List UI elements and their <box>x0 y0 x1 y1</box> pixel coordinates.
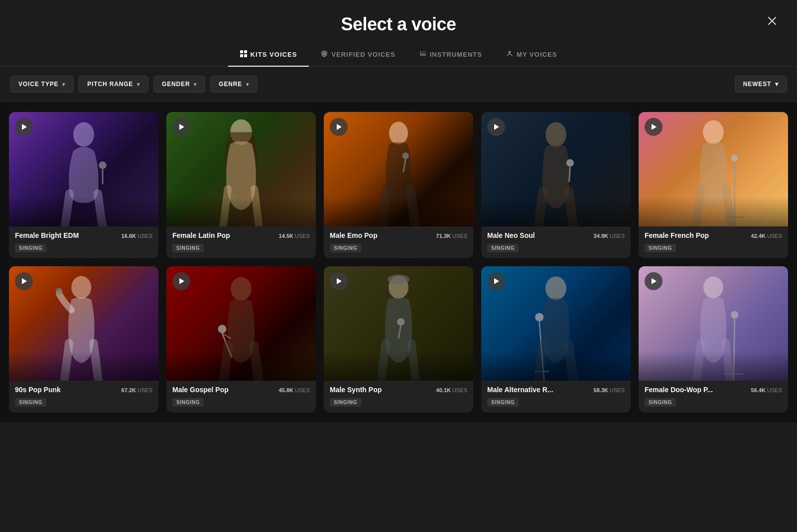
svg-rect-2 <box>240 54 243 57</box>
card-info: Male Neo Soul 34.9K USES SINGING <box>481 226 631 258</box>
card-image <box>166 112 316 226</box>
card-image <box>639 112 788 226</box>
gender-filter[interactable]: GENDER ▾ <box>153 76 205 93</box>
svg-marker-30 <box>22 278 27 284</box>
card-name: Male Gospel Pop <box>172 386 229 394</box>
modal-title: Select a voice <box>341 14 456 35</box>
card-name: Male Alternative R... <box>487 386 553 394</box>
voice-grid-row2: 90s Pop Punk 67.2K USES SINGING <box>9 266 788 413</box>
card-info: Male Alternative R... 58.3K USES SINGING <box>481 381 631 413</box>
svg-point-38 <box>397 318 404 325</box>
card-name: Male Synth Pop <box>330 386 382 394</box>
card-tag: SINGING <box>330 398 361 407</box>
voice-card-90s-pop-punk[interactable]: 90s Pop Punk 67.2K USES SINGING <box>9 266 158 413</box>
card-info: Female Doo-Wop P... 56.4K USES SINGING <box>639 381 788 413</box>
svg-point-15 <box>389 121 408 144</box>
svg-point-24 <box>731 155 738 161</box>
play-icon <box>21 278 27 284</box>
voice-card-female-doo-wop[interactable]: Female Doo-Wop P... 56.4K USES SINGING <box>639 266 788 413</box>
card-uses: 67.2K USES <box>122 387 152 393</box>
svg-marker-14 <box>179 124 184 130</box>
card-tag: SINGING <box>15 398 46 407</box>
card-uses: 56.4K USES <box>751 387 782 393</box>
close-icon <box>767 16 777 26</box>
genre-filter[interactable]: GENRE ▾ <box>210 76 258 93</box>
sort-button[interactable]: NEWEST ▾ <box>735 76 787 93</box>
piano-icon <box>419 50 426 59</box>
svg-marker-12 <box>22 124 27 130</box>
svg-marker-40 <box>337 278 342 284</box>
card-name: Female French Pop <box>645 231 709 239</box>
play-button[interactable] <box>645 272 663 290</box>
close-button[interactable] <box>763 12 781 30</box>
svg-rect-6 <box>422 51 423 54</box>
pitch-range-filter[interactable]: PITCH RANGE ▾ <box>79 76 148 93</box>
card-name: Female Bright EDM <box>15 231 79 239</box>
svg-marker-50 <box>652 278 657 284</box>
svg-marker-18 <box>337 124 342 130</box>
card-image <box>166 266 316 381</box>
play-button[interactable] <box>645 118 663 136</box>
play-button[interactable] <box>330 272 348 290</box>
play-icon <box>336 278 342 284</box>
play-button[interactable] <box>487 272 505 290</box>
voice-card-male-gospel-pop[interactable]: Male Gospel Pop 45.8K USES SINGING <box>166 266 316 413</box>
play-button[interactable] <box>15 118 33 136</box>
card-tag: SINGING <box>15 244 46 252</box>
card-uses: 58.3K USES <box>594 387 625 393</box>
svg-rect-3 <box>244 54 247 57</box>
svg-marker-45 <box>494 278 499 284</box>
card-name: Male Neo Soul <box>487 231 535 239</box>
tab-verified-voices[interactable]: VERIFIED VOICES <box>309 45 407 67</box>
svg-point-28 <box>71 276 91 299</box>
card-tag: SINGING <box>330 244 361 252</box>
voice-grid-row1: Female Bright EDM 16.6K USES SINGING <box>9 112 788 258</box>
play-button[interactable] <box>487 118 505 136</box>
chevron-down-icon: ▾ <box>62 82 65 87</box>
voice-type-filter[interactable]: VOICE TYPE ▾ <box>10 76 74 93</box>
svg-line-21 <box>569 166 570 181</box>
voice-card-male-emo-pop[interactable]: Male Emo Pop 71.3K USES SINGING <box>324 112 473 258</box>
card-tag: SINGING <box>487 244 519 252</box>
play-button[interactable] <box>15 272 33 290</box>
card-info: Male Gospel Pop 45.8K USES SINGING <box>166 381 316 413</box>
svg-rect-1 <box>244 50 247 53</box>
svg-rect-7 <box>424 51 425 54</box>
svg-point-16 <box>402 152 409 159</box>
card-tag: SINGING <box>172 244 204 252</box>
person-icon <box>506 50 513 59</box>
tab-instruments[interactable]: INSTRUMENTS <box>407 45 494 67</box>
chevron-down-icon: ▾ <box>246 82 249 87</box>
card-name: Female Latin Pop <box>172 231 230 239</box>
voice-card-female-french-pop[interactable]: Female French Pop 42.4K USES SINGING <box>639 112 788 258</box>
svg-marker-22 <box>494 124 499 130</box>
tab-my-voices[interactable]: MY VOICES <box>494 45 569 67</box>
grid-icon <box>240 50 247 59</box>
voice-card-male-synth-pop[interactable]: Male Synth Pop 40.1K USES SINGING <box>324 266 473 413</box>
card-image <box>9 266 158 381</box>
voice-card-male-neo-soul[interactable]: Male Neo Soul 34.9K USES SINGING <box>481 112 631 258</box>
svg-point-47 <box>731 311 738 318</box>
svg-point-42 <box>535 313 543 321</box>
voice-grid-section: Female Bright EDM 16.6K USES SINGING <box>0 102 797 423</box>
card-name: 90s Pop Punk <box>15 386 61 394</box>
card-tag: SINGING <box>487 398 519 407</box>
voice-card-female-latin-pop[interactable]: Female Latin Pop 14.5K USES SINGING <box>166 112 316 258</box>
card-image <box>324 112 473 226</box>
card-uses: 42.4K USES <box>751 233 782 239</box>
card-image <box>9 112 158 226</box>
filter-bar: VOICE TYPE ▾ PITCH RANGE ▾ GENDER ▾ GENR… <box>0 67 797 102</box>
play-button[interactable] <box>172 272 190 290</box>
tab-bar: KITS VOICES VERIFIED VOICES INSTRUMENT <box>0 45 797 67</box>
play-icon <box>494 124 500 130</box>
card-uses: 71.3K USES <box>436 233 467 239</box>
svg-point-41 <box>545 276 566 300</box>
tab-kits-voices[interactable]: KITS VOICES <box>228 45 309 67</box>
play-icon <box>179 124 185 130</box>
card-info: Female Latin Pop 14.5K USES SINGING <box>166 226 316 258</box>
play-button[interactable] <box>172 118 190 136</box>
voice-card-female-bright-edm[interactable]: Female Bright EDM 16.6K USES SINGING <box>9 112 158 258</box>
svg-point-31 <box>231 277 252 301</box>
voice-card-male-alternative[interactable]: Male Alternative R... 58.3K USES SINGING <box>481 266 631 413</box>
play-button[interactable] <box>330 118 348 136</box>
